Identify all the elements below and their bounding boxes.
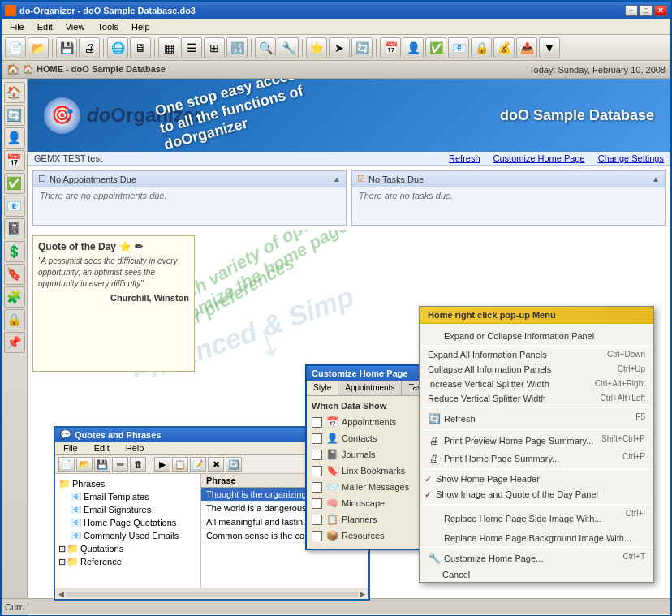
- toolbar-dollar[interactable]: 💰: [493, 37, 515, 58]
- qp-tb-del2[interactable]: ✖: [208, 457, 224, 472]
- settings-link[interactable]: Change Settings: [598, 153, 664, 163]
- tree-email-signatures[interactable]: 📧 Email Signatures: [58, 503, 197, 516]
- qp-tb-edit[interactable]: ✏: [112, 457, 128, 472]
- qp-tb-edit2[interactable]: 📝: [190, 457, 206, 472]
- toolbar-grid[interactable]: ▦: [158, 37, 179, 58]
- tab-style[interactable]: Style: [307, 381, 338, 395]
- ctx-print[interactable]: 🖨Print Home Page Summary... Ctrl+P: [420, 450, 653, 467]
- qp-tb-delete[interactable]: 🗑: [130, 457, 146, 472]
- ctx-print-preview[interactable]: 🖨Print Preview Home Page Summary... Shif…: [420, 432, 653, 450]
- toolbar-export[interactable]: 📤: [516, 37, 537, 58]
- toolbar-star[interactable]: ⭐: [306, 37, 327, 58]
- check-mailer[interactable]: 📨 Mailer Messages: [312, 479, 437, 495]
- qp-tb-new2[interactable]: 📋: [172, 457, 188, 472]
- menu-view[interactable]: View: [61, 21, 90, 32]
- tree-reference[interactable]: ⊞ 📁 Reference: [58, 555, 197, 568]
- qp-tb-new[interactable]: 📄: [58, 457, 75, 472]
- check-icon-linx[interactable]: [312, 466, 322, 476]
- close-button[interactable]: ✕: [654, 5, 667, 16]
- sidebar-contacts[interactable]: 👤: [4, 127, 25, 149]
- toolbar-lock[interactable]: 🔒: [471, 37, 492, 58]
- menu-tools[interactable]: Tools: [93, 21, 123, 32]
- ctx-expand-collapse[interactable]: Expand or Collapse Information Panel: [420, 324, 653, 343]
- toolbar-email[interactable]: 📧: [448, 37, 469, 58]
- tree-email-templates[interactable]: 📧 Email Templates: [58, 490, 197, 503]
- qp-menu-edit[interactable]: Edit: [89, 442, 114, 454]
- sidebar-lock[interactable]: 🔒: [4, 309, 25, 330]
- toolbar-search[interactable]: 🔍: [255, 37, 276, 58]
- qp-scrollbar[interactable]: ◀ ▶: [55, 588, 368, 599]
- tab-appointments[interactable]: Appointments: [338, 381, 402, 395]
- toolbar-monitor[interactable]: 🖥: [130, 37, 151, 58]
- check-resources[interactable]: 📦 Resources: [312, 528, 437, 544]
- check-planners[interactable]: 📋 Planners: [312, 511, 437, 528]
- check-icon-contacts[interactable]: [312, 433, 322, 444]
- toolbar-list[interactable]: ☰: [181, 37, 202, 58]
- sidebar-extra2[interactable]: 🧩: [4, 286, 25, 308]
- toolbar-calendar[interactable]: 📅: [380, 37, 401, 58]
- toolbar-calc[interactable]: 🔢: [226, 37, 248, 58]
- toolbar-contacts[interactable]: 👤: [403, 37, 424, 58]
- tasks-arrow[interactable]: ▲: [652, 174, 660, 183]
- check-icon-mindscape[interactable]: [312, 498, 322, 509]
- sidebar-extra3[interactable]: 📌: [4, 332, 25, 353]
- refresh-link[interactable]: Refresh: [449, 153, 480, 163]
- tree-common-emails[interactable]: 📧 Commonly Used Emails: [58, 529, 197, 542]
- toolbar-globe[interactable]: 🌐: [107, 37, 128, 58]
- ctx-refresh[interactable]: 🔄Refresh F5: [420, 410, 653, 428]
- check-linx[interactable]: 🔖 Linx Bookmarks: [312, 463, 437, 479]
- check-appointments[interactable]: 📅 Appointments: [312, 414, 437, 430]
- sidebar-extra1[interactable]: 🔖: [4, 264, 25, 285]
- toolbar-tools[interactable]: 🔧: [278, 37, 299, 58]
- ctx-customize[interactable]: 🔧Customize Home Page... Ctrl+T: [420, 549, 653, 567]
- check-icon-resources[interactable]: [312, 531, 322, 541]
- toolbar-tasks[interactable]: ✅: [425, 37, 446, 58]
- ctx-reduce-splitter[interactable]: Reduce Vertical Splitter Width Ctrl+Alt+…: [420, 391, 653, 406]
- ctx-cancel[interactable]: Cancel: [420, 567, 653, 582]
- menu-help[interactable]: Help: [127, 21, 155, 32]
- sidebar-home[interactable]: 🏠: [4, 82, 25, 103]
- toolbar-new[interactable]: 📄: [5, 37, 26, 58]
- menu-file[interactable]: File: [5, 21, 29, 32]
- check-icon-mailer[interactable]: [312, 482, 322, 493]
- qp-tb-save[interactable]: 💾: [94, 457, 110, 472]
- toolbar-print[interactable]: 🖨: [79, 37, 100, 58]
- qp-menu-file[interactable]: File: [58, 442, 83, 454]
- sidebar-refresh[interactable]: 🔄: [4, 105, 25, 126]
- check-journals[interactable]: 📓 Journals: [312, 446, 437, 463]
- ctx-replace-bg[interactable]: Replace Home Page Background Image With.…: [420, 526, 653, 545]
- menu-edit[interactable]: Edit: [32, 21, 58, 32]
- qp-tb-refresh[interactable]: 🔄: [226, 457, 242, 472]
- ctx-collapse-all[interactable]: Collapse All Information Panels Ctrl+Up: [420, 362, 653, 377]
- sidebar-calendar[interactable]: 📅: [4, 150, 25, 171]
- tree-phrases[interactable]: 📁 Phrases: [58, 477, 197, 490]
- check-icon-journals[interactable]: [312, 450, 322, 460]
- sidebar-dollar[interactable]: 💲: [4, 241, 25, 262]
- toolbar-open[interactable]: 📂: [28, 37, 49, 58]
- check-contacts[interactable]: 👤 Contacts: [312, 430, 437, 446]
- ctx-expand-all[interactable]: Expand All Information Panels Ctrl+Down: [420, 347, 653, 362]
- check-icon-appointments[interactable]: [312, 417, 322, 428]
- ctx-show-header[interactable]: ✓Show Home Page Header: [420, 472, 653, 487]
- toolbar-refresh[interactable]: 🔄: [351, 37, 373, 58]
- appointments-arrow[interactable]: ▲: [333, 174, 341, 183]
- toolbar-down-arrow[interactable]: ▼: [539, 37, 560, 58]
- check-icon-planners[interactable]: [312, 515, 322, 525]
- tree-quotations[interactable]: ⊞ 📁 Quotations: [58, 542, 197, 555]
- quote-edit-icon[interactable]: ✏: [135, 241, 143, 252]
- qp-scroll-track[interactable]: [66, 592, 358, 597]
- maximize-button[interactable]: □: [640, 5, 653, 16]
- sidebar-tasks[interactable]: ✅: [4, 173, 25, 194]
- sidebar-email[interactable]: 📧: [4, 196, 25, 217]
- ctx-replace-side[interactable]: Replace Home Page Side Image With... Ctr…: [420, 506, 653, 526]
- check-mindscape[interactable]: 🧠 Mindscape: [312, 495, 437, 511]
- customize-link[interactable]: Customize Home Page: [493, 153, 585, 163]
- minimize-button[interactable]: −: [625, 5, 638, 16]
- qp-menu-help[interactable]: Help: [121, 442, 149, 454]
- toolbar-arrow[interactable]: ➤: [329, 37, 350, 58]
- toolbar-save[interactable]: 💾: [56, 37, 77, 58]
- qp-tb-right[interactable]: ▶: [154, 457, 170, 472]
- sidebar-journal[interactable]: 📓: [4, 218, 25, 239]
- ctx-show-quote[interactable]: ✓Show Image and Quote of the Day Panel: [420, 487, 653, 502]
- ctx-increase-splitter[interactable]: Increase Vertical Splitter Width Ctrl+Al…: [420, 377, 653, 391]
